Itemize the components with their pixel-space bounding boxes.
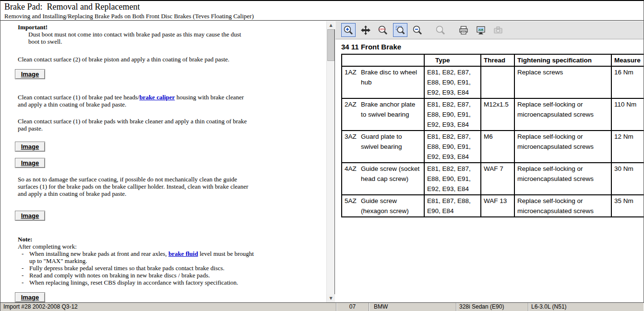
note-block: Note: After completing work: - When inst…	[18, 236, 326, 286]
app-window: Brake Pad: Removal and Replacement Remov…	[0, 0, 644, 311]
torque-spec-table: Type Thread Tightening specification Mea…	[341, 54, 644, 217]
list-dash: -	[22, 264, 29, 272]
spec-pane: 100%	[335, 21, 644, 302]
cell-type: E81, E82, E87, E88, E90, E91, E92, E93, …	[424, 66, 481, 98]
note-label: Note:	[18, 236, 326, 243]
note-text: Read and comply with notes on braking in…	[29, 272, 255, 279]
status-import-info: Import #28 2002-2008 Q3-12	[0, 303, 336, 311]
table-row-2az: 2AZBrake anchor plate to swivel bearing …	[342, 98, 644, 131]
row-id: 1AZ	[345, 67, 358, 87]
cell-tightening: Replace self-locking or microencapsulate…	[514, 131, 611, 163]
row-desc: Guide screw (socket head cap screw)	[361, 164, 421, 184]
row-desc: Brake anchor plate to swivel bearing	[361, 99, 421, 120]
brake-fluid-link[interactable]: brake fluid	[168, 250, 198, 257]
image-button-5[interactable]: Image	[15, 292, 45, 302]
note-item: - Read and comply with notes on braking …	[22, 272, 255, 279]
text-run: When installing new brake pads at front …	[29, 250, 168, 257]
image-toolbar: 100%	[335, 21, 644, 39]
procedure-content: Important! Dust boot must not come into …	[0, 21, 326, 302]
procedure-pane: Important! Dust boot must not come into …	[0, 21, 335, 302]
important-text: Dust boot must not come into contact wit…	[28, 31, 251, 45]
note-item: - When replacing linings, reset CBS disp…	[22, 279, 255, 286]
paragraph-piston: Clean contact surface (2) of brake pisto…	[18, 56, 279, 63]
paragraph-guide-surfaces: So as not to damage the surface coating,…	[18, 176, 255, 197]
list-dash: -	[22, 272, 29, 279]
cell-measure: 16 Nm	[611, 66, 644, 98]
zoom-window-icon[interactable]	[393, 23, 407, 37]
page-title: Brake Pad: Removal and Replacement	[4, 2, 644, 12]
status-year-code: 07	[336, 303, 369, 311]
cell-thread	[481, 66, 514, 98]
col-header-measure: Measure	[611, 54, 644, 66]
svg-text:100%: 100%	[379, 28, 385, 31]
status-model: 328i Sedan (E90)	[456, 303, 528, 311]
col-header-type: Type	[424, 54, 481, 66]
table-row-1az: 1AZBrake disc to wheel hub E81, E82, E87…	[342, 66, 644, 98]
cell-tightening: Replace self-locking or microencapsulate…	[514, 98, 611, 131]
table-row-5az: 5AZGuide screw (hexagon screw) E81, E87,…	[342, 195, 644, 217]
col-header-item	[342, 54, 424, 66]
row-id: 5AZ	[345, 196, 358, 216]
spec-table-area: 34 11 Front Brake Type Thread Tightening…	[335, 39, 644, 217]
page-subtitle: Removing and Installing/Replacing Brake …	[4, 12, 644, 20]
scroll-up-button[interactable]: ▲	[327, 21, 335, 29]
row-desc: Guard plate to swivel bearing	[361, 132, 421, 152]
col-header-tightening: Tightening specification	[514, 54, 611, 66]
row-id: 2AZ	[345, 99, 358, 120]
brake-caliper-link[interactable]: brake caliper	[139, 94, 175, 101]
note-text: Fully depress brake pedal several times …	[29, 264, 255, 272]
scroll-down-button[interactable]: ▼	[327, 294, 335, 302]
print-icon[interactable]	[456, 23, 471, 37]
cell-tightening: Replace self-locking or microencapsulate…	[514, 163, 611, 195]
important-label: Important!	[18, 24, 326, 31]
cell-thread: WAF 7	[481, 163, 514, 195]
note-text: When installing new brake pads at front …	[29, 250, 255, 264]
cell-tightening: Replace self-locking or microencapsulate…	[514, 195, 611, 217]
note-text: When replacing linings, reset CBS displa…	[29, 279, 255, 286]
note-item: - Fully depress brake pedal several time…	[22, 264, 255, 272]
row-id: 3AZ	[345, 132, 358, 152]
status-engine: L6-3.0L (N51)	[528, 303, 644, 311]
zoom-out-icon[interactable]	[410, 23, 425, 37]
text-run: Clean contact surface (1) of brake pad t…	[18, 94, 139, 101]
main-area: Important! Dust boot must not come into …	[0, 21, 644, 302]
image-button-2[interactable]: Image	[15, 142, 45, 152]
table-row-4az: 4AZGuide screw (socket head cap screw) E…	[342, 163, 644, 195]
camera-icon	[491, 23, 505, 37]
cell-type: E81, E82, E87, E88, E90, E91, E92, E93, …	[424, 163, 481, 195]
document-header: Brake Pad: Removal and Replacement Remov…	[0, 1, 644, 21]
cell-thread: M12x1.5	[481, 98, 514, 131]
row-desc: Guide screw (hexagon screw)	[361, 196, 421, 216]
table-row-3az: 3AZGuard plate to swivel bearing E81, E8…	[342, 131, 644, 163]
col-header-thread: Thread	[481, 54, 514, 66]
cell-measure: 12 Nm	[611, 131, 644, 163]
note-item: - When installing new brake pads at fron…	[22, 250, 255, 264]
zoom-100-icon[interactable]: 100%	[376, 23, 390, 37]
image-export-icon[interactable]	[474, 23, 488, 37]
scrollbar-thumb[interactable]	[327, 29, 334, 61]
image-button-4[interactable]: Image	[15, 211, 45, 221]
cell-thread: M6	[481, 131, 514, 163]
cell-measure: 30 Nm	[611, 163, 644, 195]
cell-measure: 35 Nm	[611, 195, 644, 217]
zoom-in-icon[interactable]	[341, 23, 356, 37]
cell-measure: 110 Nm	[611, 98, 644, 131]
paragraph-pads: Clean contact surface (1) of brake pads …	[18, 118, 253, 132]
status-bar: Import #28 2002-2008 Q3-12 07 BMW 328i S…	[0, 302, 644, 311]
paragraph-tee-heads: Clean contact surface (1) of brake pad t…	[18, 94, 248, 108]
vertical-scrollbar[interactable]: ▲ ▼	[326, 21, 334, 302]
row-desc: Brake disc to wheel hub	[361, 67, 421, 87]
image-button-3[interactable]: Image	[15, 158, 45, 168]
cell-thread: WAF 13	[481, 195, 514, 217]
cell-type: E81, E82, E87, E88, E90, E91, E92, E93, …	[424, 131, 481, 163]
table-header-row: Type Thread Tightening specification Mea…	[342, 54, 644, 66]
list-dash: -	[22, 250, 29, 264]
list-dash: -	[22, 279, 29, 286]
pan-icon[interactable]	[358, 23, 373, 37]
cell-tightening: Replace screws	[514, 66, 611, 98]
cell-type: E81, E82, E87, E88, E90, E91, E92, E93, …	[424, 98, 481, 131]
note-list: - When installing new brake pads at fron…	[18, 250, 326, 286]
row-id: 4AZ	[345, 164, 358, 184]
image-button-1[interactable]: Image	[15, 69, 45, 79]
section-title: 34 11 Front Brake	[341, 43, 644, 51]
